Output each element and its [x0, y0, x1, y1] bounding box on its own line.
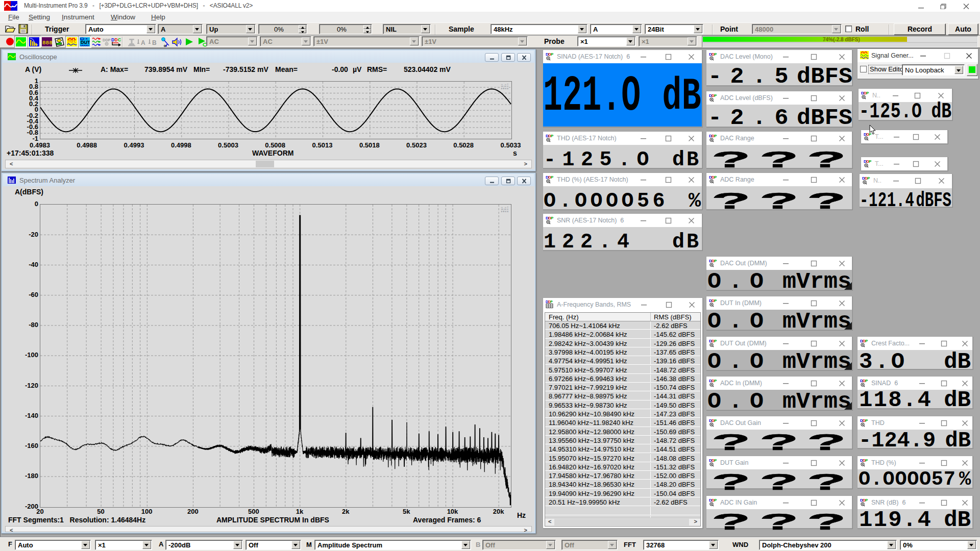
svg-text:P: P: [551, 52, 554, 57]
svg-text:P: P: [714, 418, 717, 423]
svg-text:P: P: [714, 458, 717, 463]
svg-text:P: P: [714, 93, 717, 98]
svg-text:P: P: [865, 498, 868, 503]
svg-text:D: D: [111, 37, 114, 42]
svg-text:888: 888: [42, 40, 52, 46]
svg-text:D: D: [115, 37, 118, 42]
svg-text:P: P: [714, 339, 717, 343]
svg-text:P: P: [865, 418, 868, 423]
svg-text:A: A: [141, 39, 145, 46]
svg-text:P: P: [865, 339, 868, 343]
svg-text:P: P: [551, 216, 554, 220]
svg-text:B: B: [152, 39, 157, 46]
svg-text:P: P: [869, 159, 872, 164]
svg-text:P: P: [867, 176, 870, 181]
svg-text:DUT: DUT: [81, 40, 90, 45]
svg-text:P: P: [714, 134, 717, 138]
svg-text:P: P: [714, 175, 717, 180]
svg-text:P: P: [551, 134, 554, 138]
svg-text:P: P: [714, 498, 717, 503]
svg-text:P: P: [866, 91, 869, 95]
svg-text:DDP: DDP: [103, 38, 111, 42]
svg-text:P: P: [714, 379, 717, 383]
svg-text:P: P: [714, 298, 717, 303]
svg-text:P: P: [550, 300, 553, 304]
svg-text:C: C: [118, 37, 121, 42]
svg-text:P: P: [714, 52, 717, 57]
svg-text:P: P: [865, 458, 868, 463]
svg-text:P: P: [551, 175, 554, 180]
svg-text:P: P: [714, 259, 717, 263]
svg-text:P: P: [865, 379, 868, 383]
